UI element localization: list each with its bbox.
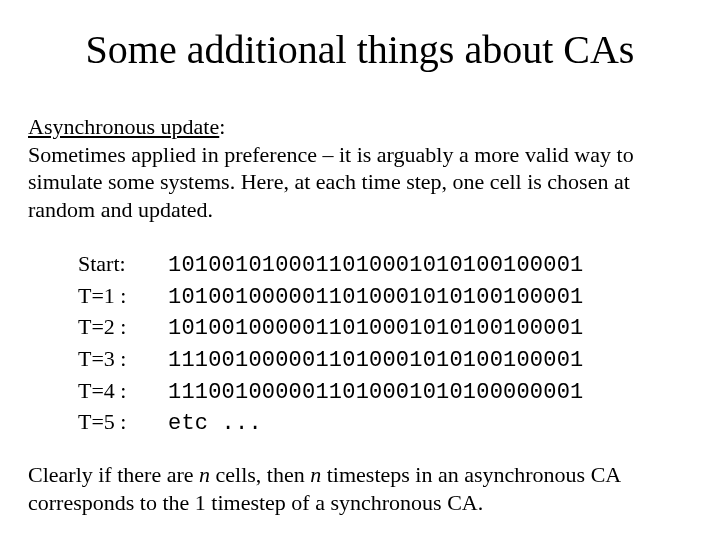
step-label: T=5 :	[78, 407, 168, 437]
closing-paragraph: Clearly if there are n cells, then n tim…	[28, 461, 692, 516]
closing-n: n	[199, 462, 210, 487]
step-label: T=3 :	[78, 344, 168, 374]
slide: Some additional things about CAs Asynchr…	[0, 0, 720, 540]
steps-row: T=1 : 1010010000011010001010100100001	[78, 281, 692, 313]
closing-n: n	[310, 462, 321, 487]
step-value: etc ...	[168, 409, 262, 439]
closing-text: Clearly if there are	[28, 462, 199, 487]
step-value: 1010010100011010001010100100001	[168, 251, 583, 281]
step-label: T=1 :	[78, 281, 168, 311]
intro-label: Asynchronous update	[28, 114, 219, 139]
step-label: Start:	[78, 249, 168, 279]
intro-rest: Sometimes applied in preference – it is …	[28, 142, 634, 222]
steps-block: Start: 1010010100011010001010100100001 T…	[78, 249, 692, 439]
closing-text: cells, then	[210, 462, 310, 487]
intro-paragraph: Asynchronous update: Sometimes applied i…	[28, 113, 692, 223]
step-value: 1110010000011010001010100100001	[168, 346, 583, 376]
step-value: 1010010000011010001010100100001	[168, 283, 583, 313]
steps-row: T=3 : 1110010000011010001010100100001	[78, 344, 692, 376]
step-label: T=2 :	[78, 312, 168, 342]
intro-colon: :	[219, 114, 225, 139]
steps-row: T=4 : 1110010000011010001010100000001	[78, 376, 692, 408]
steps-row: Start: 1010010100011010001010100100001	[78, 249, 692, 281]
step-value: 1010010000011010001010100100001	[168, 314, 583, 344]
step-value: 1110010000011010001010100000001	[168, 378, 583, 408]
steps-row: T=2 : 1010010000011010001010100100001	[78, 312, 692, 344]
page-title: Some additional things about CAs	[28, 26, 692, 73]
steps-row: T=5 : etc ...	[78, 407, 692, 439]
step-label: T=4 :	[78, 376, 168, 406]
